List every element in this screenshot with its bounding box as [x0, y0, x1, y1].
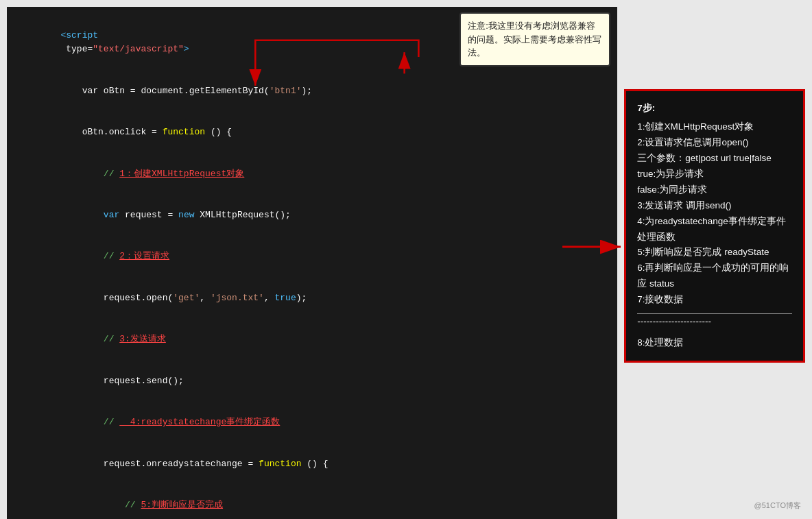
code-line-3: oBtn.onclick = function () {: [18, 112, 606, 153]
step-5: false:为同步请求: [637, 182, 792, 198]
code-line-9: request.send();: [18, 361, 606, 402]
step-8: 5:判断响应是否完成 readyState: [637, 245, 792, 261]
steps-divider: ------------------------: [637, 313, 792, 330]
annotation-text: 注意:我这里没有考虑浏览器兼容的问题。实际上需要考虑兼容性写法。: [468, 21, 601, 58]
step-7: 4:为readystatechange事件绑定事件处理函数: [637, 214, 792, 245]
code-line-10: // _4:readystatechange事件绑定函数: [18, 402, 606, 443]
step-3: 三个参数：get|post url true|false: [637, 151, 792, 167]
watermark: @51CTO博客: [754, 500, 801, 511]
code-line-8: // 3:发送请求: [18, 319, 606, 360]
main-container: <script type="text/javascript"> var oBtn…: [0, 0, 812, 519]
step-4: true:为异步请求: [637, 167, 792, 182]
step-2: 2:设置请求信息调用open(): [637, 135, 792, 151]
code-line-7: request.open('get', 'json.txt', true);: [18, 278, 606, 319]
right-panel: 7步: 1:创建XMLHttpRequest对象 2:设置请求信息调用open(…: [624, 7, 805, 512]
step-1: 1:创建XMLHttpRequest对象: [637, 119, 792, 135]
code-line-4: // 1：创建XMLHttpRequest对象: [18, 153, 606, 194]
steps-box: 7步: 1:创建XMLHttpRequest对象 2:设置请求信息调用open(…: [624, 89, 805, 363]
annotation-bubble: 注意:我这里没有考虑浏览器兼容的问题。实际上需要考虑兼容性写法。: [459, 12, 610, 67]
code-line-2: var oBtn = document.getElementById('btn1…: [18, 71, 606, 112]
code-panel-wrapper: <script type="text/javascript"> var oBtn…: [7, 7, 617, 512]
code-line-12: // 5:判断响应是否完成: [18, 485, 606, 519]
step-10: 7:接收数据: [637, 292, 792, 308]
code-line-6: // 2：设置请求: [18, 236, 606, 277]
steps-title: 7步:: [637, 101, 792, 117]
code-panel: <script type="text/javascript"> var oBtn…: [7, 7, 617, 519]
step-extra: 8:处理数据: [637, 335, 792, 351]
step-9: 6:再判断响应是一个成功的可用的响应 status: [637, 261, 792, 292]
step-6: 3:发送请求 调用send(): [637, 198, 792, 214]
code-line-5: var request = new XMLHttpRequest();: [18, 195, 606, 236]
code-line-11: request.onreadystatechange = function ()…: [18, 443, 606, 484]
horizontal-arrow-svg: [562, 237, 631, 257]
